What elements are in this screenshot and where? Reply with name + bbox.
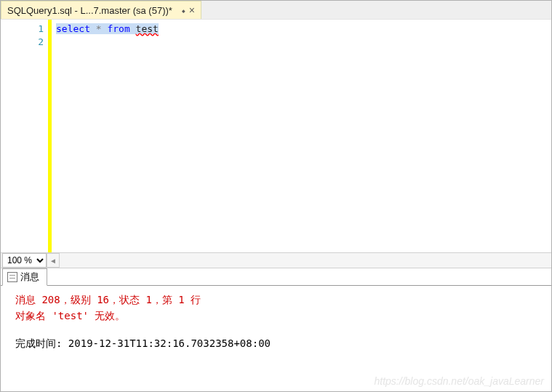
operator-star: * xyxy=(90,23,107,34)
completion-line: 完成时间: 2019-12-31T11:32:16.7032358+08:00 xyxy=(15,335,547,351)
line-gutter: 1 2 xyxy=(1,20,52,252)
tab-title: SQLQuery1.sql - L...7.master (sa (57))* xyxy=(7,5,172,16)
scroll-left-icon[interactable]: ◄ xyxy=(47,253,60,268)
code-content[interactable]: select * from test xyxy=(53,20,551,252)
line-number: 1 xyxy=(1,23,44,36)
messages-tab[interactable]: 消息 xyxy=(2,268,47,286)
sql-editor[interactable]: 1 2 select * from test xyxy=(1,20,551,252)
messages-icon xyxy=(7,272,17,282)
tab-bar: SQLQuery1.sql - L...7.master (sa (57))* … xyxy=(1,1,551,20)
zoom-bar: 100 % ◄ xyxy=(1,252,551,268)
messages-tab-label: 消息 xyxy=(20,271,39,284)
error-line-1: 消息 208，级别 16，状态 1，第 1 行 xyxy=(15,292,547,308)
results-tab-bar: 消息 xyxy=(1,268,551,286)
query-tab[interactable]: SQLQuery1.sql - L...7.master (sa (57))* … xyxy=(1,1,201,19)
identifier-test: test xyxy=(136,23,159,34)
pin-icon[interactable]: ⬥ xyxy=(181,6,186,15)
horizontal-scrollbar[interactable] xyxy=(60,253,551,268)
close-icon[interactable]: × xyxy=(189,4,195,16)
line-number: 2 xyxy=(1,36,44,49)
error-line-2: 对象名 'test' 无效。 xyxy=(15,308,547,324)
keyword-from: from xyxy=(107,23,129,34)
keyword-select: select xyxy=(56,23,90,34)
zoom-select[interactable]: 100 % xyxy=(2,253,47,268)
watermark: https://blog.csdn.net/oak_javaLearner xyxy=(375,375,545,387)
